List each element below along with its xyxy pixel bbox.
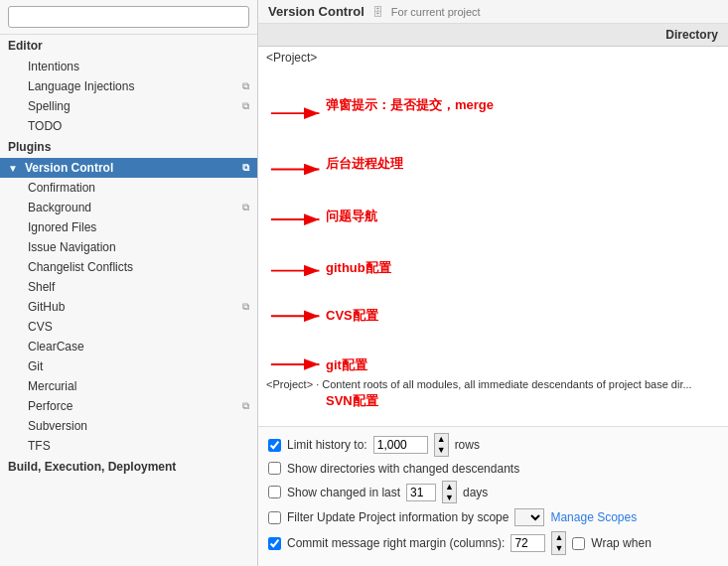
annotation-7: SVN配置: [326, 392, 728, 410]
right-panel: Version Control 🗄 For current project Di…: [258, 0, 728, 566]
limit-history-spinner[interactable]: ▲ ▼: [434, 433, 449, 457]
copy-icon: ⧉: [242, 80, 249, 92]
right-panel-subtitle: For current project: [391, 6, 481, 18]
commit-margin-spinner[interactable]: ▲ ▼: [551, 531, 566, 555]
tree-area: Editor Intentions Language Injections ⧉ …: [0, 35, 257, 566]
limit-history-checkbox[interactable]: [268, 439, 281, 452]
limit-history-row: Limit history to: ▲ ▼ rows: [268, 433, 718, 457]
annotation-6: git配置: [326, 356, 367, 374]
spinner-up2[interactable]: ▲: [443, 482, 456, 493]
sidebar-item-clearcase[interactable]: ClearCase: [0, 337, 257, 356]
sidebar-item-git[interactable]: Git: [0, 356, 257, 376]
sidebar-item-cvs[interactable]: CVS: [0, 317, 257, 337]
show-changed-checkbox[interactable]: [268, 486, 281, 498]
sidebar-item-confirmation[interactable]: Confirmation: [0, 178, 257, 198]
col-header-directory: Directory: [258, 24, 728, 47]
annotation-1: 弹窗提示：是否提交，merge: [326, 96, 494, 114]
sidebar-item-background[interactable]: Background ⧉: [0, 198, 257, 217]
sidebar-item-changelist-conflicts[interactable]: Changelist Conflicts: [0, 257, 257, 277]
editor-section-header: Editor: [0, 35, 257, 57]
sidebar-item-version-control[interactable]: ▼ Version Control ⧉: [0, 158, 257, 178]
sidebar-item-spelling[interactable]: Spelling ⧉: [0, 96, 257, 116]
spinner-down2[interactable]: ▼: [443, 493, 456, 503]
sidebar-item-mercurial[interactable]: Mercurial: [0, 376, 257, 396]
main-content-area: <Project> 弹窗提示：是否提交，merge: [258, 47, 728, 426]
sidebar-item-perforce[interactable]: Perforce ⧉: [0, 396, 257, 416]
sidebar-item-shelf[interactable]: Shelf: [0, 277, 257, 297]
copy-icon: ⧉: [242, 400, 249, 412]
sidebar-item-ignored-files[interactable]: Ignored Files: [0, 217, 257, 237]
spinner-down[interactable]: ▼: [435, 445, 448, 456]
filter-update-label: Filter Update Project information by sco…: [287, 510, 509, 524]
annotation-4: github配置: [326, 259, 391, 277]
show-changed-label-before: Show changed in last: [287, 486, 400, 499]
manage-scopes-link[interactable]: Manage Scopes: [550, 510, 637, 524]
right-header: Version Control 🗄 For current project: [258, 0, 728, 24]
sidebar-item-tfs[interactable]: TFS: [0, 436, 257, 456]
limit-history-input[interactable]: [373, 436, 428, 454]
spinner-up[interactable]: ▲: [435, 434, 448, 445]
show-changed-row: Show changed in last ▲ ▼ days: [268, 481, 718, 504]
annotation-5: CVS配置: [326, 307, 378, 325]
sidebar-item-subversion[interactable]: Subversion: [0, 416, 257, 436]
sidebar-item-issue-navigation[interactable]: Issue Navigation: [0, 237, 257, 257]
search-box: [0, 0, 257, 35]
wrap-when-checkbox[interactable]: [572, 537, 585, 550]
annotations-container: 弹窗提示：是否提交，merge 后台进程处理 问题导航 github配置 CVS…: [266, 69, 720, 376]
spinner-up3[interactable]: ▲: [552, 532, 565, 543]
search-input[interactable]: [8, 6, 249, 28]
build-section-header: Build, Execution, Deployment: [0, 456, 257, 478]
controls-area: Limit history to: ▲ ▼ rows Show director…: [258, 426, 728, 566]
wrap-when-label: Wrap when: [591, 536, 651, 550]
commit-margin-label: Commit message right margin (columns):: [287, 536, 505, 550]
show-changed-spinner[interactable]: ▲ ▼: [442, 481, 457, 504]
limit-history-label: Limit history to:: [287, 438, 367, 452]
sidebar-item-intentions[interactable]: Intentions: [0, 57, 257, 76]
show-dirs-label: Show directories with changed descendant…: [287, 462, 519, 476]
plugins-section-header: Plugins: [0, 136, 257, 158]
copy-icon: ⧉: [242, 202, 249, 213]
sidebar-item-todo[interactable]: TODO: [0, 116, 257, 136]
annotation-3: 问题导航: [326, 208, 377, 225]
scope-dropdown[interactable]: [514, 508, 544, 526]
show-dirs-row: Show directories with changed descendant…: [268, 462, 718, 476]
filter-update-checkbox[interactable]: [268, 511, 281, 524]
sidebar-item-language-injections[interactable]: Language Injections ⧉: [0, 76, 257, 96]
filter-update-row: Filter Update Project information by sco…: [268, 508, 718, 526]
spinner-down3[interactable]: ▼: [552, 543, 565, 554]
left-panel: Editor Intentions Language Injections ⧉ …: [0, 0, 258, 566]
rows-label: rows: [455, 438, 480, 452]
sidebar-item-github[interactable]: GitHub ⧉: [0, 297, 257, 317]
chevron-icon: ▼: [8, 163, 18, 174]
copy-icon: ⧉: [242, 301, 249, 313]
days-label: days: [463, 486, 488, 499]
content-line: <Project> · Content roots of all modules…: [266, 378, 720, 390]
commit-margin-row: Commit message right margin (columns): ▲…: [268, 531, 718, 555]
commit-margin-checkbox[interactable]: [268, 537, 281, 550]
commit-margin-input[interactable]: [510, 534, 545, 552]
annotation-2: 后台进程处理: [326, 155, 403, 173]
show-dirs-checkbox[interactable]: [268, 462, 281, 475]
project-icon: 🗄: [372, 6, 383, 18]
copy-icon: ⧉: [242, 100, 249, 112]
right-panel-title: Version Control: [268, 4, 364, 19]
show-changed-input[interactable]: [406, 484, 436, 501]
copy-icon: ⧉: [242, 162, 249, 174]
project-label: <Project>: [266, 51, 720, 65]
